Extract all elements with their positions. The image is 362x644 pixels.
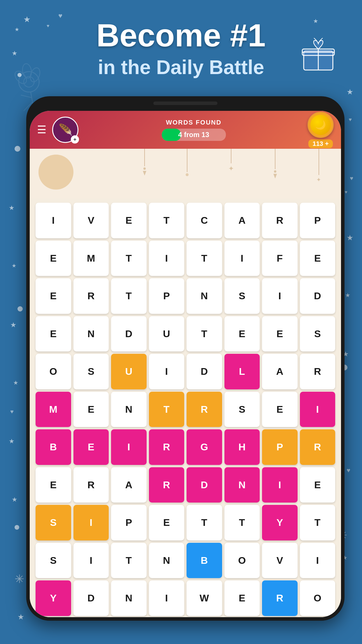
letter-cell-4-3[interactable]: I (149, 354, 184, 389)
letter-cell-5-3[interactable]: T (149, 392, 184, 427)
letter-cell-4-2[interactable]: U (111, 354, 147, 389)
letter-cell-0-3[interactable]: T (149, 203, 184, 238)
feather-badge[interactable]: 🪶 + (52, 117, 78, 143)
letter-cell-8-6[interactable]: Y (262, 505, 298, 540)
letter-cell-6-6[interactable]: P (262, 429, 298, 465)
letter-cell-1-0[interactable]: E (36, 241, 71, 276)
letter-cell-10-3[interactable]: I (149, 580, 184, 616)
letter-cell-1-2[interactable]: T (111, 241, 147, 276)
letter-cell-0-4[interactable]: C (187, 203, 222, 238)
letter-cell-6-2[interactable]: I (111, 429, 147, 465)
letter-cell-7-1[interactable]: R (73, 467, 109, 503)
letter-cell-9-0[interactable]: S (36, 543, 71, 578)
letter-cell-4-6[interactable]: A (262, 354, 298, 389)
letter-cell-8-0[interactable]: S (36, 505, 71, 540)
letter-cell-1-4[interactable]: T (187, 241, 222, 276)
letter-cell-1-3[interactable]: I (149, 241, 184, 276)
letter-cell-5-5[interactable]: S (224, 392, 260, 427)
letter-cell-8-5[interactable]: T (224, 505, 260, 540)
letter-cell-5-1[interactable]: E (73, 392, 109, 427)
letter-cell-10-7[interactable]: O (300, 580, 335, 616)
coin-badge[interactable]: 🌙 (307, 112, 334, 138)
dot-decoration (15, 525, 19, 530)
letter-cell-3-3[interactable]: U (149, 316, 184, 352)
letter-cell-2-2[interactable]: T (111, 278, 147, 314)
letter-cell-1-1[interactable]: M (73, 241, 109, 276)
letter-cell-0-6[interactable]: R (262, 203, 298, 238)
letter-cell-7-0[interactable]: E (36, 467, 71, 503)
letter-cell-10-5[interactable]: E (224, 580, 260, 616)
letter-cell-3-6[interactable]: E (262, 316, 298, 352)
letter-cell-5-6[interactable]: E (262, 392, 298, 427)
letter-cell-7-7[interactable]: E (300, 467, 335, 503)
letter-cell-2-3[interactable]: P (149, 278, 184, 314)
letter-cell-9-3[interactable]: N (149, 543, 184, 578)
letter-cell-7-2[interactable]: A (111, 467, 147, 503)
letter-cell-9-5[interactable]: O (224, 543, 260, 578)
letter-cell-6-0[interactable]: B (36, 429, 71, 465)
letter-cell-3-0[interactable]: E (36, 316, 71, 352)
letter-cell-0-1[interactable]: V (73, 203, 109, 238)
letter-cell-1-5[interactable]: I (224, 241, 260, 276)
header-bar: ☰ 🪶 + WORDS FOUND 4 from 13 🌙 11 (30, 111, 341, 149)
letter-cell-0-5[interactable]: A (224, 203, 260, 238)
letter-cell-9-1[interactable]: I (73, 543, 109, 578)
coin-count: 113 + (308, 139, 333, 148)
letter-cell-10-1[interactable]: D (73, 580, 109, 616)
letter-cell-9-7[interactable]: I (300, 543, 335, 578)
letter-cell-5-7[interactable]: I (300, 392, 335, 427)
letter-cell-3-5[interactable]: E (224, 316, 260, 352)
letter-cell-4-5[interactable]: L (224, 354, 260, 389)
letter-cell-4-0[interactable]: O (36, 354, 71, 389)
letter-cell-2-1[interactable]: R (73, 278, 109, 314)
letter-grid: IVETCARPEMTITIFEERTPNSIDENDUTEESOSUIDLAR… (30, 198, 341, 617)
letter-cell-8-4[interactable]: T (187, 505, 222, 540)
letter-cell-3-7[interactable]: S (300, 316, 335, 352)
star-icon: ★ (9, 204, 15, 212)
letter-cell-8-2[interactable]: P (111, 505, 147, 540)
letter-cell-8-7[interactable]: T (300, 505, 335, 540)
letter-cell-4-1[interactable]: S (73, 354, 109, 389)
letter-cell-7-5[interactable]: N (224, 467, 260, 503)
letter-cell-2-7[interactable]: D (300, 278, 335, 314)
feather-plus-button[interactable]: + (71, 135, 79, 144)
letter-cell-10-2[interactable]: N (111, 580, 147, 616)
letter-cell-5-0[interactable]: M (36, 392, 71, 427)
letter-cell-6-4[interactable]: G (187, 429, 222, 465)
letter-cell-1-6[interactable]: F (262, 241, 298, 276)
letter-cell-9-2[interactable]: T (111, 543, 147, 578)
letter-cell-0-7[interactable]: P (300, 203, 335, 238)
letter-cell-4-4[interactable]: D (187, 354, 222, 389)
letter-cell-2-0[interactable]: E (36, 278, 71, 314)
letter-cell-7-6[interactable]: I (262, 467, 298, 503)
letter-cell-7-4[interactable]: D (187, 467, 222, 503)
letter-cell-10-6[interactable]: R (262, 580, 298, 616)
letter-cell-3-4[interactable]: T (187, 316, 222, 352)
letter-cell-5-4[interactable]: R (187, 392, 222, 427)
coin-icon: 🌙 (310, 115, 331, 135)
letter-cell-1-7[interactable]: E (300, 241, 335, 276)
letter-cell-5-2[interactable]: N (111, 392, 147, 427)
progress-bar: 4 from 13 (162, 129, 226, 141)
letter-cell-9-6[interactable]: V (262, 543, 298, 578)
letter-cell-8-3[interactable]: E (149, 505, 184, 540)
letter-cell-6-5[interactable]: H (224, 429, 260, 465)
letter-cell-6-1[interactable]: E (73, 429, 109, 465)
letter-cell-10-0[interactable]: Y (36, 580, 71, 616)
letter-cell-9-4[interactable]: B (187, 543, 222, 578)
letter-cell-0-2[interactable]: E (111, 203, 147, 238)
letter-cell-3-1[interactable]: N (73, 316, 109, 352)
letter-cell-2-6[interactable]: I (262, 278, 298, 314)
menu-icon[interactable]: ☰ (37, 124, 46, 136)
letter-cell-2-5[interactable]: S (224, 278, 260, 314)
letter-cell-6-3[interactable]: R (149, 429, 184, 465)
letter-cell-6-7[interactable]: R (300, 429, 335, 465)
letter-cell-8-1[interactable]: I (73, 505, 109, 540)
coin-section: 🌙 113 + (307, 112, 334, 148)
letter-cell-4-7[interactable]: R (300, 354, 335, 389)
letter-cell-3-2[interactable]: D (111, 316, 147, 352)
letter-cell-7-3[interactable]: R (149, 467, 184, 503)
letter-cell-0-0[interactable]: I (36, 203, 71, 238)
letter-cell-10-4[interactable]: W (187, 580, 222, 616)
letter-cell-2-4[interactable]: N (187, 278, 222, 314)
